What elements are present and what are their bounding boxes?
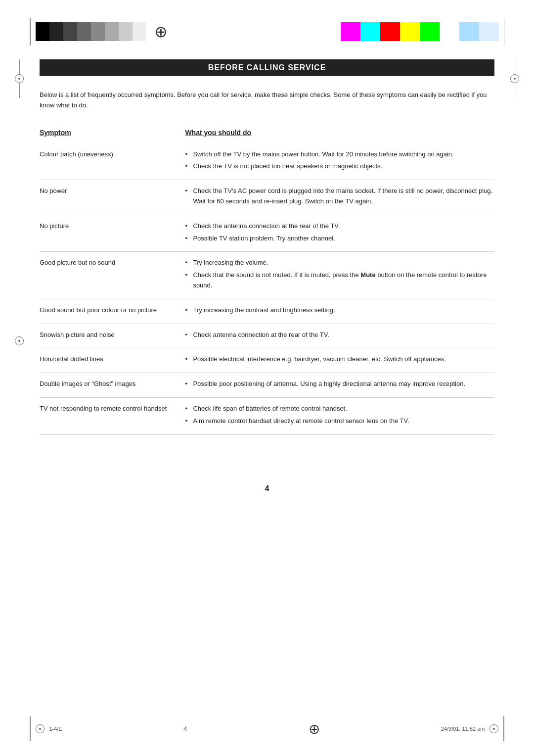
footer-crosshair-area: ⊕ xyxy=(309,721,320,737)
top-bar xyxy=(0,0,534,54)
action-item: Switch off the TV by the mains power but… xyxy=(185,149,494,160)
footer-left-area: 1-4/E xyxy=(30,716,62,741)
symptom-cell: Good picture but no sound xyxy=(40,252,185,299)
table-row: No powerCheck the TV’s AC power cord is … xyxy=(40,180,494,215)
service-table: Symptom What you should do Colour patch … xyxy=(40,126,494,435)
footer-right-circle xyxy=(490,724,498,733)
action-cell: Possible poor positioning of antenna. Us… xyxy=(185,373,494,398)
bottom-bar: 1-4/E 4 ⊕ 24/9/01, 11:52 am xyxy=(30,716,504,741)
page-title: BEFORE CALLING SERVICE xyxy=(40,59,494,76)
symptom-cell: No power xyxy=(40,180,185,215)
color-block xyxy=(400,22,420,41)
bw-block xyxy=(91,22,105,41)
page-title-text: BEFORE CALLING SERVICE xyxy=(208,63,326,72)
action-cell: Possible electrical interference e.g. ha… xyxy=(185,348,494,373)
symptom-cell: Snowish picture and noise xyxy=(40,324,185,348)
footer-right-area: 24/9/01, 11:52 am xyxy=(441,716,504,741)
bw-block xyxy=(119,22,133,41)
symptom-cell: Horizontal dotted lines xyxy=(40,348,185,373)
footer-center-num: 4 xyxy=(183,725,187,733)
color-block xyxy=(479,22,499,41)
right-marker-top xyxy=(510,59,519,98)
action-item: Check life span of batteries of remote c… xyxy=(185,404,494,414)
main-content: BEFORE CALLING SERVICE Below is a list o… xyxy=(0,54,534,455)
footer-right-line xyxy=(503,716,504,741)
bw-block xyxy=(63,22,77,41)
table-row: TV not responding to remote control hand… xyxy=(40,397,494,434)
color-block xyxy=(380,22,400,41)
action-cell: Check antenna connection at the rear of … xyxy=(185,324,494,348)
left-marker-top xyxy=(15,59,24,98)
action-item: Check antenna connection at the rear of … xyxy=(185,330,494,340)
action-item: Check the TV is not placed too near spea… xyxy=(185,161,494,172)
crosshair-bottom: ⊕ xyxy=(309,721,320,737)
left-vert-line xyxy=(30,18,31,46)
crosshair-top-left xyxy=(151,22,171,42)
action-cell: Check the antenna connection at the rear… xyxy=(185,215,494,252)
action-item: Aim remote control handset directly at r… xyxy=(185,416,494,426)
action-item: Check the TV’s AC power cord is plugged … xyxy=(185,186,494,207)
symptom-header: Symptom xyxy=(40,126,185,143)
bw-block xyxy=(133,22,146,41)
symptom-cell: Colour patch (uneveness) xyxy=(40,143,185,180)
table-row: Double images or “Ghost” imagesPossible … xyxy=(40,373,494,398)
page-number: 4 xyxy=(0,484,534,493)
bw-block xyxy=(77,22,91,41)
footer-code: 1-4/E xyxy=(49,726,62,732)
bw-blocks xyxy=(36,22,146,41)
action-item: Check the antenna connection at the rear… xyxy=(185,221,494,232)
table-row: Snowish picture and noiseCheck antenna c… xyxy=(40,324,494,348)
color-block xyxy=(420,22,440,41)
table-row: No pictureCheck the antenna connection a… xyxy=(40,215,494,252)
action-item: Possible electrical interference e.g. ha… xyxy=(185,354,494,365)
table-row: Good picture but no soundTry increasing … xyxy=(40,252,494,299)
top-bar-right xyxy=(341,18,505,46)
color-block xyxy=(341,22,360,41)
symptom-cell: TV not responding to remote control hand… xyxy=(40,397,185,434)
intro-text: Below is a list of frequently occurred s… xyxy=(40,90,494,111)
left-marker-mid xyxy=(15,336,24,345)
table-row: Colour patch (uneveness)Switch off the T… xyxy=(40,143,494,180)
action-item: Try increasing the contrast and brightne… xyxy=(185,305,494,316)
bw-block xyxy=(105,22,119,41)
bw-block xyxy=(36,22,49,41)
action-cell: Check life span of batteries of remote c… xyxy=(185,397,494,434)
action-item: Possible TV station problem. Try another… xyxy=(185,234,494,244)
table-row: Good sound but poor colour or no picture… xyxy=(40,299,494,324)
page-wrapper: BEFORE CALLING SERVICE Below is a list o… xyxy=(0,0,534,756)
color-block xyxy=(459,22,479,41)
action-item: Try increasing the volume. xyxy=(185,258,494,268)
right-vert-line xyxy=(504,18,505,46)
footer-left-line xyxy=(30,716,31,741)
top-bar-left xyxy=(30,18,171,46)
symptom-cell: No picture xyxy=(40,215,185,252)
color-blocks xyxy=(341,22,499,41)
action-cell: Switch off the TV by the mains power but… xyxy=(185,143,494,180)
table-row: Horizontal dotted linesPossible electric… xyxy=(40,348,494,373)
color-block xyxy=(360,22,380,41)
action-header: What you should do xyxy=(185,126,494,143)
symptom-cell: Good sound but poor colour or no picture xyxy=(40,299,185,324)
footer-left-circle xyxy=(36,724,44,733)
color-block xyxy=(440,22,459,41)
action-cell: Try increasing the contrast and brightne… xyxy=(185,299,494,324)
action-item: Check that the sound is not muted. If it… xyxy=(185,270,494,291)
action-cell: Check the TV’s AC power cord is plugged … xyxy=(185,180,494,215)
bw-block xyxy=(49,22,63,41)
action-item: Possible poor positioning of antenna. Us… xyxy=(185,379,494,389)
footer-date: 24/9/01, 11:52 am xyxy=(441,726,485,732)
symptom-cell: Double images or “Ghost” images xyxy=(40,373,185,398)
action-cell: Try increasing the volume.Check that the… xyxy=(185,252,494,299)
